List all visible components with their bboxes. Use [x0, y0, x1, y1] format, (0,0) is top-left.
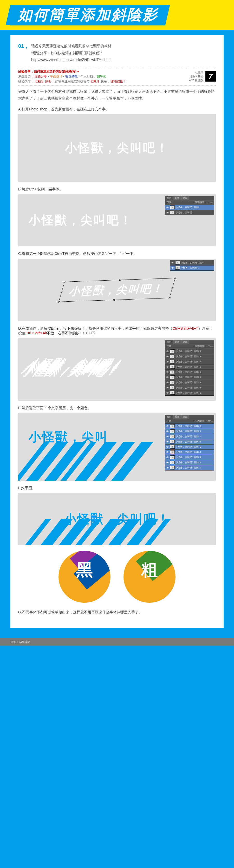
sample-text-f: 小怪獸，尖叫吧！	[64, 511, 170, 527]
layers-panel-c[interactable]: 👁T小怪兽，尖叫吧！副本 👁T小怪兽，尖叫吧！	[170, 260, 214, 271]
circle-char-2: 粗	[141, 559, 158, 581]
tab-paths[interactable]: 路径	[181, 196, 189, 200]
layer-row[interactable]: 👁T小怪兽，尖叫吧！副本 9	[165, 424, 214, 429]
circle-2: 粗	[123, 551, 175, 603]
layer-row[interactable]: 👁T小怪兽，尖叫吧！副本 6	[165, 439, 214, 444]
layer-row[interactable]: 👁T小怪兽，尖叫吧！	[170, 265, 214, 271]
layer-row[interactable]: 👁T小怪兽，尖叫吧！副本 9	[165, 349, 214, 354]
hot-icon: ♦	[77, 70, 79, 73]
transform-handle[interactable]	[174, 277, 177, 279]
canvas-d: 小怪獸，尖叫吧！ 小怪獸，尖叫吧！ 小怪獸，尖叫吧！ 小怪獸，尖叫吧！ 图层通道…	[18, 338, 216, 401]
canvas-c: 小怪獸，尖叫吧！ 👁T小怪兽，尖叫吧！副本 👁T小怪兽，尖叫吧！	[18, 259, 216, 321]
step-number: 01，	[18, 42, 29, 50]
user-info: 七颗牙 汕头 / 其他 487 粉丝数	[189, 71, 203, 82]
layer-row[interactable]: 👁T小怪兽，尖叫吧！副本 6	[165, 364, 214, 369]
layers-list: 👁T小怪兽，尖叫吧！副本 👁T小怪兽，尖叫吧！	[165, 205, 214, 215]
layers-panel-b[interactable]: 图层 通道 路径 正常不透明度：100% 👁T小怪兽，尖叫吧！副本 👁T小怪兽，…	[165, 196, 214, 215]
sample-text-e: 小怪獸，尖叫	[29, 429, 108, 445]
transform-handle[interactable]	[169, 297, 171, 299]
user-fans: 487 粉丝数	[189, 79, 203, 82]
canvas-a: 小怪獸，尖叫吧！	[18, 114, 216, 182]
layer-row[interactable]: 👁T小怪兽，尖叫吧！副本 8	[165, 429, 214, 434]
circle-1: 黑	[59, 551, 111, 603]
transform-handle[interactable]	[58, 301, 60, 303]
sample-text-a: 小怪獸，尖叫吧！	[65, 140, 169, 156]
meta-left: 经验分享；如何快速添加斜阴影(原创教程) ♦ 系统分类： 经验分享 - 平面设计…	[18, 69, 189, 84]
layers-panel-e[interactable]: 图层通道路径 正常不透明度：100% 👁T小怪兽，尖叫吧！副本 9👁T小怪兽，尖…	[165, 415, 214, 470]
user-name: 七颗牙	[189, 71, 203, 74]
tab-layers[interactable]: 图层	[165, 196, 173, 200]
step-f: F.效果图。	[18, 486, 216, 491]
user-loc: 汕头 / 其他	[189, 74, 203, 79]
eye-icon[interactable]: 👁	[166, 211, 169, 214]
page-title: 如何簡單添加斜陰影	[10, 5, 165, 26]
layer-row[interactable]: 👁T小怪兽，尖叫吧！副本	[170, 260, 214, 265]
layer-row[interactable]: 👁T小怪兽，尖叫吧！副本 3	[165, 455, 214, 460]
eye-icon[interactable]: 👁	[166, 206, 169, 209]
content-panel: 01， 话说今天无聊逛论坛的时候看到前辈七颗牙的教材 "经验分享；如何快速添加斜…	[10, 35, 224, 628]
intro-line2: "经验分享；如何快速添加斜阴影(原创教程)"	[31, 51, 102, 55]
footer: 来源：站酷作者	[0, 638, 234, 646]
layer-row[interactable]: 👁T小怪兽，尖叫吧！副本 5	[165, 444, 214, 450]
canvas-b: 小怪獸，尖叫吧！ 图层 通道 路径 正常不透明度：100% 👁T小怪兽，尖叫吧！…	[18, 194, 216, 246]
meta-bar: 经验分享；如何快速添加斜阴影(原创教程) ♦ 系统分类： 经验分享 - 平面设计…	[18, 67, 216, 86]
step-c: C.选择第一个图层然后Ctrl+T自由变换。然后按住键盘"↓"一下，"→"一下。	[18, 251, 216, 256]
transform-handle[interactable]	[61, 291, 63, 292]
avatar: 7	[205, 71, 216, 82]
transform-handle[interactable]	[113, 299, 115, 301]
layer-row[interactable]: 👁T小怪兽，尖叫吧！副本 5	[165, 369, 214, 375]
layer-row[interactable]: 👁T小怪兽，尖叫吧！副本 4	[165, 375, 214, 380]
transform-handle[interactable]	[171, 287, 173, 289]
categories: 系统分类： 经验分享 - 平面设计 - 视觉特效 个人归档： 偏平化	[18, 74, 189, 79]
canvas-f: 小怪獸，尖叫吧！	[18, 493, 216, 545]
header: 如何簡單添加斜陰影	[0, 0, 234, 30]
step-g: G.不同字体下都可以简单做出来，这样就不用再顾虑什么字体从哪里入手了。	[18, 610, 216, 615]
layer-row[interactable]: 👁T小怪兽，尖叫吧！副本 1	[165, 390, 214, 396]
layer-row[interactable]: 👁T小怪兽，尖叫吧！副本 3	[165, 380, 214, 385]
sample-text-b: 小怪獸，尖叫吧！	[29, 212, 133, 228]
author-line: 经验撰作： 七颗牙 原创： 如需商业用途或转载请与 七颗牙 联系， 谢绝盗图！	[18, 79, 189, 84]
intro-url: http://www.zcool.com.cn/article/ZNDcwNTY…	[31, 58, 111, 62]
layer-row[interactable]: 👁T小怪兽，尖叫吧！副本 1	[165, 465, 214, 470]
layer-row[interactable]: 👁T小怪兽，尖叫吧！副本 2	[165, 460, 214, 465]
layer-row[interactable]: 👁T小怪兽，尖叫吧！副本 7	[165, 359, 214, 364]
step-a: A.打开Photo shop，首先新建画布，在画布上打几个字。	[18, 107, 216, 112]
transform-box[interactable]: 小怪獸，尖叫吧！	[59, 278, 175, 302]
title-parallelogram: 如何簡單添加斜陰影	[10, 5, 165, 26]
circle-char-1: 黑	[76, 559, 93, 581]
layers-panel-d[interactable]: 图层通道路径 正常不透明度：100% 👁T小怪兽，尖叫吧！副本 9👁T小怪兽，尖…	[165, 340, 214, 396]
sample-text-c: 小怪獸，尖叫吧！	[67, 281, 167, 299]
transform-handle[interactable]	[119, 279, 121, 281]
intro-line1: 话说今天无聊逛论坛的时候看到前辈七颗牙的教材	[31, 44, 111, 48]
layer-row[interactable]: 👁T小怪兽，尖叫吧！副本 7	[165, 434, 214, 439]
circles-row: 黑 粗	[18, 551, 216, 603]
intro-text: 话说今天无聊逛论坛的时候看到前辈七颗牙的教材 "经验分享；如何快速添加斜阴影(原…	[31, 42, 216, 63]
meta-right: 七颗牙 汕头 / 其他 487 粉丝数 7	[189, 71, 216, 82]
step-e: E.然后选取下面99个文字图层，改一个颜色。	[18, 406, 216, 410]
canvas-e: 小怪獸，尖叫 图层通道路径 正常不透明度：100% 👁T小怪兽，尖叫吧！副本 9…	[18, 413, 216, 480]
intro: 01， 话说今天无聊逛论坛的时候看到前辈七颗牙的教材 "经验分享；如何快速添加斜…	[18, 42, 216, 63]
layer-row[interactable]: 👁T小怪兽，尖叫吧！副本 8	[165, 354, 214, 359]
intro-paragraph: 好奇之下看了一下这个教材可能我自己很笨，觉得太繁琐了，而且看到很多人评论说不会。…	[18, 88, 216, 102]
tab-channels[interactable]: 通道	[173, 196, 181, 200]
layer-row[interactable]: 👁T小怪兽，尖叫吧！副本 2	[165, 385, 214, 390]
layer-row[interactable]: 👁T小怪兽，尖叫吧！副本	[165, 205, 214, 210]
step-b: B.然后Ctrl+j复制一层字体。	[18, 187, 216, 192]
step-d: D.完成操作，然后按Enter。接下来好玩了，就是利用你的两只手，使出平时五姑娘…	[18, 326, 216, 336]
article-title: 经验分享；如何快速添加斜阴影(原创教程) ♦	[18, 69, 189, 74]
layer-row[interactable]: 👁T小怪兽，尖叫吧！副本 4	[165, 450, 214, 455]
layer-row[interactable]: 👁T小怪兽，尖叫吧！	[165, 210, 214, 215]
transform-handle[interactable]	[63, 281, 65, 282]
